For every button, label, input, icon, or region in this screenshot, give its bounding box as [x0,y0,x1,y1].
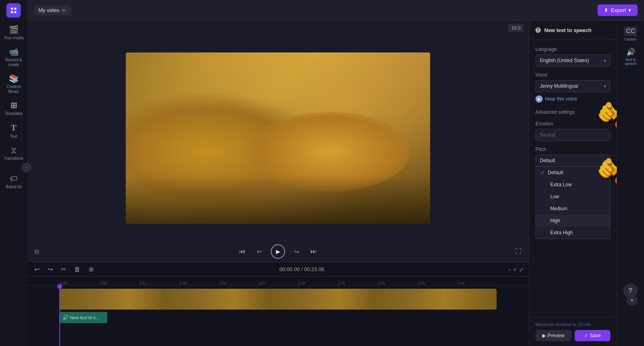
timeline-tracks: 🔊 New text to s... [27,286,529,346]
aspect-ratio-badge: 16:9 [508,24,524,32]
sidebar-item-text[interactable]: T Text [2,120,26,141]
playback-controls: ⊟ ⏮ ↩ ▶ ↪ ⏭ ⛶ [27,241,529,262]
language-label: Language [535,46,610,52]
panel-header-icon: 🅣 [535,27,541,34]
text-to-speech-sidebar-item[interactable]: 🔊 Text to speech [619,45,643,68]
redo-button[interactable]: ↪ [45,264,55,274]
emotion-label: Emotion [535,121,610,127]
preview-area: 16:9 ⊟ ⏮ ↩ ▶ ↪ ⏭ ⛶ ↩ [27,21,529,346]
content-area: 16:9 ⊟ ⏮ ↩ ▶ ↪ ⏭ ⛶ ↩ [27,21,644,346]
hear-voice-play-icon: ▶ [535,95,543,103]
voice-label: Voice [535,72,610,78]
brand-kit-icon: 🏷 [10,174,18,183]
fast-forward-button[interactable]: ↪ [292,245,302,258]
right-panel: 🫵 1 🫵 2 🅣 New text to speech Language En… [529,21,617,346]
record-create-icon: 📹 [9,47,19,56]
preview-top: 16:9 [27,21,529,35]
panel-body: Language English (United States) ▾ Voice… [529,40,617,317]
zoom-out-button[interactable]: − [508,266,511,273]
export-chevron-icon: ▾ [628,7,631,13]
caption-icon: CC [624,26,637,36]
pitch-option-default[interactable]: ✓ Default [536,167,610,179]
sidebar-collapse-arrow[interactable]: › [22,163,31,172]
pitch-option-high[interactable]: High [536,215,610,227]
content-library-icon: 📚 [9,74,19,83]
timeline-ruler: 0:04 0:08 0:12 0:16 0:20 0:24 0:28 0:32 … [27,277,529,286]
language-section: Language English (United States) ▾ [535,46,610,66]
ruler-mark: 0:28 [298,281,338,285]
zoom-in-button[interactable]: + [513,266,517,273]
rewind-button[interactable]: ↩ [254,245,264,258]
delete-button[interactable]: 🗑 [72,265,83,274]
voice-select[interactable]: Jenny Multilingual ▾ [535,80,610,92]
sidebar-item-transitions[interactable]: ⧖ Transitions [2,143,26,163]
language-select[interactable]: English (United States) ▾ [535,54,610,66]
hear-voice-button[interactable]: ▶ Hear this voice [535,95,577,103]
emotion-section: Emotion Neutral [535,121,610,141]
dune-decoration-2 [250,112,410,192]
text-track-icon: 🔊 [62,315,68,320]
sidebar-item-content-library[interactable]: 📚 Content library [2,71,26,97]
pitch-dropdown-menu: ✓ Default Extra Low Low [535,167,610,239]
undo-button[interactable]: ↩ [32,264,42,274]
transitions-icon: ⧖ [11,145,16,155]
save-check-icon: ✓ [584,333,588,338]
fullscreen-button[interactable]: ⛶ [513,245,524,257]
voice-section: Voice Jenny Multilingual ▾ ▶ Hear this v… [535,72,610,103]
advanced-settings-section: Advanced settings [535,108,610,115]
expand-timeline-button[interactable]: ⤢ [519,266,524,273]
video-frame [126,52,430,224]
main-area: My video ✏ ⬆ Export ▾ 16:9 ⊟ [27,0,644,346]
video-container [27,35,529,241]
topbar: My video ✏ ⬆ Export ▾ [27,0,644,21]
video-title[interactable]: My video ✏ [34,6,71,15]
save-button[interactable]: ✓ Save [575,330,611,341]
pitch-option-extra-low[interactable]: Extra Low [536,179,610,191]
video-track[interactable] [59,289,497,310]
timeline-zoom: − + ⤢ [508,266,524,273]
your-media-icon: 🎬 [9,25,19,34]
app-logo [6,3,21,18]
text-icon: T [11,123,17,133]
pitch-option-extra-high[interactable]: Extra High [536,227,610,239]
skip-forward-button[interactable]: ⏭ [308,245,319,257]
pitch-section: Pitch Default ▾ ✓ Default Extra Low [535,147,610,167]
export-button[interactable]: ⬆ Export ▾ [598,4,638,16]
left-sidebar: 🎬 Your media 📹 Record & create 📚 Content… [0,0,27,346]
panel-header: 🅣 New text to speech [529,21,617,40]
templates-icon: ⊞ [10,101,17,110]
current-time-display: 00:00.00 / 00:23.06 [99,266,505,272]
text-to-speech-track[interactable]: 🔊 New text to s... [59,312,107,323]
panel-title: New text to speech [544,27,592,33]
check-icon: ✓ [541,170,545,175]
title-edit-icon: ✏ [62,7,66,14]
pitch-chevron-icon: ▾ [604,159,606,163]
sidebar-item-record-create[interactable]: 📹 Record & create [2,44,26,70]
preview-button[interactable]: ▶ Preview [535,330,572,341]
pitch-select[interactable]: Default ▾ [535,155,610,167]
track-thumbnail [59,289,497,310]
sidebar-item-transitions-collapse[interactable]: › [2,165,26,170]
pitch-option-low[interactable]: Low [536,191,610,203]
pitch-option-medium[interactable]: Medium [536,203,610,215]
caption-toggle-button[interactable]: ⊟ [32,246,42,257]
sidebar-item-templates[interactable]: ⊞ Templates [2,98,26,119]
skip-back-button[interactable]: ⏮ [237,245,248,257]
caption-sidebar-item[interactable]: CC Caption [619,24,643,44]
sidebar-item-brand-kit[interactable]: 🏷 Brand kit [2,171,26,192]
ruler-mark: 0:44 [457,281,497,285]
play-button[interactable]: ▶ [271,244,285,259]
add-to-timeline-button[interactable]: ⊕ [86,264,96,274]
footer-buttons: ▶ Preview ✓ Save [535,330,610,341]
text-to-speech-icon: 🔊 [626,48,635,56]
pitch-label: Pitch [535,147,610,152]
preview-icon: ▶ [542,333,546,338]
cut-button[interactable]: ✂ [58,264,68,274]
emotion-input[interactable]: Neutral [535,129,610,141]
sidebar-item-your-media[interactable]: 🎬 Your media [2,22,26,43]
voice-chevron-icon: ▾ [604,84,606,89]
panel-footer: Maximum duration is 10 min ▶ Preview ✓ S… [529,317,617,346]
ruler-mark: 0:32 [338,281,377,285]
playhead [59,286,60,346]
advanced-settings-label[interactable]: Advanced settings [535,109,575,115]
